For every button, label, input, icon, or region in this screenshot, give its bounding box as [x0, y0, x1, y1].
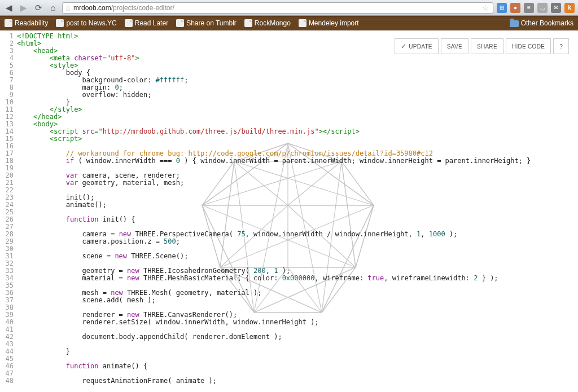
bookmark-item[interactable]: post to News.YC [56, 19, 116, 27]
page-icon [299, 19, 306, 27]
bookmark-item[interactable]: Read Later [125, 19, 168, 27]
extension-icon[interactable]: ● [510, 3, 520, 13]
page-icon [56, 19, 64, 27]
check-icon: ✓ [401, 42, 406, 50]
home-button[interactable]: ⌂ [47, 3, 59, 12]
hide-code-button[interactable]: HIDE CODE [506, 38, 551, 54]
bookmark-star-icon[interactable]: ☆ [482, 3, 489, 12]
code-editor[interactable]: 1234567891011121314151617181920212223242… [0, 30, 578, 385]
back-button[interactable]: ◀ [3, 3, 15, 13]
forward-button[interactable]: ▶ [18, 3, 29, 13]
save-button[interactable]: SAVE [441, 38, 468, 54]
share-button[interactable]: SHARE [471, 38, 503, 54]
action-buttons: ✓UPDATE SAVE SHARE HIDE CODE ? [395, 38, 569, 54]
url-path: /projects/code-editor/ [111, 4, 174, 12]
page-icon [125, 19, 133, 27]
folder-icon [510, 20, 519, 27]
page-icon [176, 19, 184, 27]
url-bar[interactable]: ▯ mrdoob.com/projects/code-editor/ ☆ [62, 2, 493, 14]
extension-icon[interactable]: ◡ [537, 3, 548, 13]
bookmark-item[interactable]: RockMongo [244, 19, 291, 27]
extension-icon[interactable]: ≡ [524, 3, 534, 13]
extension-icon[interactable]: ✉ [551, 3, 561, 13]
bookmarks-bar: Readability post to News.YC Read Later S… [0, 16, 578, 30]
browser-toolbar: ◀ ▶ ⟳ ⌂ ▯ mrdoob.com/projects/code-edito… [0, 0, 578, 16]
other-bookmarks[interactable]: Other Bookmarks [510, 19, 573, 27]
page-icon [244, 19, 252, 27]
page-icon [5, 19, 12, 27]
help-button[interactable]: ? [553, 38, 569, 54]
page-content: ✓UPDATE SAVE SHARE HIDE CODE ? [0, 30, 578, 392]
extension-icon[interactable]: k [564, 3, 575, 13]
bookmark-item[interactable]: Readability [5, 19, 48, 27]
update-button[interactable]: ✓UPDATE [395, 38, 439, 54]
url-domain: mrdoob.com [73, 4, 111, 12]
reload-button[interactable]: ⟳ [33, 3, 44, 13]
bookmark-item[interactable]: Share on Tumblr [176, 19, 237, 27]
extension-icon[interactable]: ⊞ [497, 3, 507, 13]
bookmark-item[interactable]: Mendeley import [299, 19, 359, 27]
code-content[interactable]: <!DOCTYPE html><html> <head> <meta chars… [17, 33, 578, 385]
line-numbers: 1234567891011121314151617181920212223242… [0, 33, 17, 385]
